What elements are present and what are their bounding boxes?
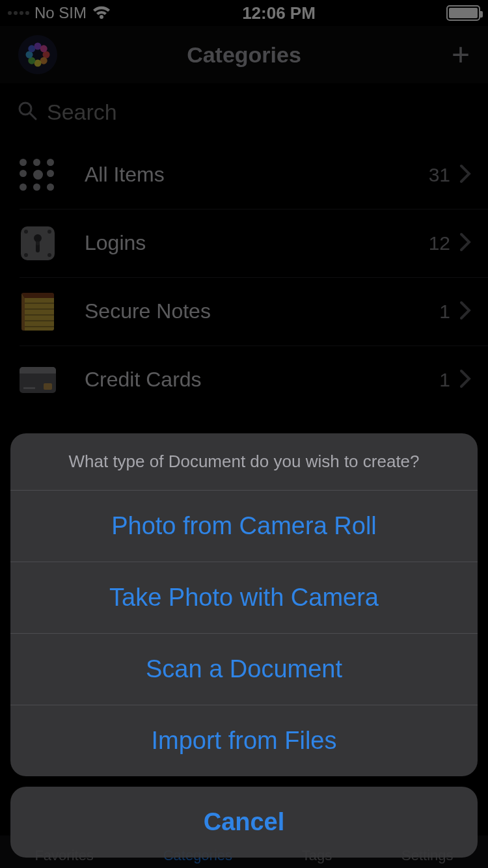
chevron-right-icon: [459, 369, 471, 391]
action-sheet: What type of Document do you wish to cre…: [10, 433, 478, 858]
all-items-icon: [20, 157, 56, 193]
status-bar: No SIM 12:06 PM: [0, 0, 488, 26]
svg-line-1: [30, 113, 36, 119]
nav-bar: Categories +: [0, 26, 488, 83]
category-list: All Items 31 Logins 12 Secure Notes 1 Cr…: [0, 141, 488, 414]
carrier-label: No SIM: [34, 4, 87, 22]
clock: 12:06 PM: [242, 3, 316, 23]
logins-icon: [20, 225, 56, 262]
add-button[interactable]: +: [452, 39, 470, 70]
action-take-photo[interactable]: Take Photo with Camera: [10, 562, 478, 633]
secure-notes-icon: [20, 293, 56, 330]
chevron-right-icon: [459, 301, 471, 323]
category-count: 1: [439, 369, 450, 391]
category-row-credit-cards[interactable]: Credit Cards 1: [0, 346, 488, 414]
category-label: Logins: [85, 231, 429, 255]
category-label: All Items: [85, 163, 429, 187]
category-label: Secure Notes: [85, 299, 439, 323]
action-scan-document[interactable]: Scan a Document: [10, 633, 478, 705]
wifi-icon: [92, 5, 111, 21]
action-sheet-cancel[interactable]: Cancel: [10, 787, 478, 858]
action-sheet-title: What type of Document do you wish to cre…: [10, 433, 478, 490]
chevron-right-icon: [459, 164, 471, 186]
search-bar[interactable]: [0, 83, 488, 141]
search-input[interactable]: [47, 100, 471, 125]
category-row-secure-notes[interactable]: Secure Notes 1: [0, 277, 488, 346]
action-import-from-files[interactable]: Import from Files: [10, 705, 478, 776]
category-count: 31: [429, 164, 450, 186]
page-title: Categories: [187, 42, 301, 68]
action-photo-from-roll[interactable]: Photo from Camera Roll: [10, 490, 478, 562]
category-row-logins[interactable]: Logins 12: [0, 209, 488, 277]
category-label: Credit Cards: [85, 368, 439, 392]
battery-icon: [446, 5, 480, 21]
signal-dots-icon: [8, 11, 29, 15]
category-count: 12: [429, 232, 450, 254]
category-count: 1: [439, 301, 450, 323]
credit-cards-icon: [20, 362, 56, 398]
category-row-all-items[interactable]: All Items 31: [0, 141, 488, 209]
search-icon: [17, 100, 38, 124]
chevron-right-icon: [459, 232, 471, 254]
app-logo-icon[interactable]: [18, 35, 57, 74]
